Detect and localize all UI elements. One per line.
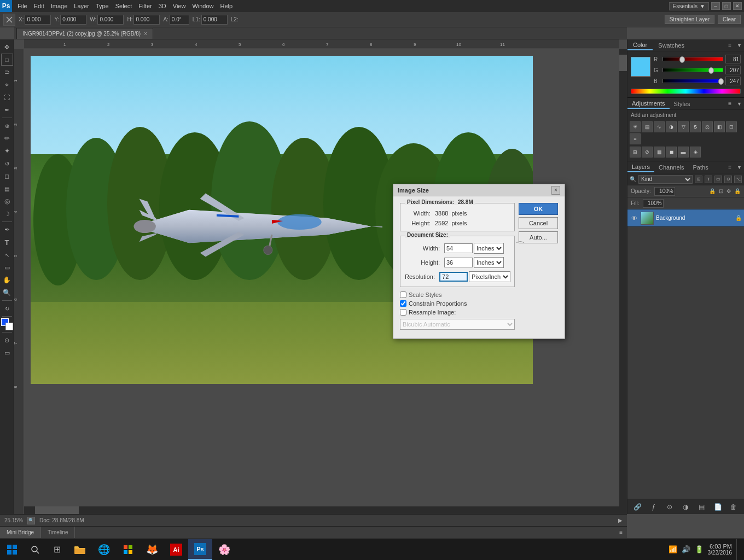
lock-pixel-icon[interactable]: ⊡ bbox=[719, 188, 723, 194]
crop-tool[interactable]: ⛶ bbox=[1, 91, 13, 103]
menu-type[interactable]: Type bbox=[92, 2, 112, 10]
taskbar-file-explorer[interactable] bbox=[68, 539, 92, 560]
fill-input[interactable] bbox=[643, 199, 664, 208]
clear-button[interactable]: Clear bbox=[718, 15, 741, 24]
taskbar-firefox[interactable]: 🦊 bbox=[140, 539, 164, 560]
invert-icon[interactable]: ⊘ bbox=[642, 147, 653, 158]
selective-color-icon[interactable]: ◈ bbox=[690, 147, 701, 158]
foreground-color[interactable] bbox=[1, 318, 13, 330]
taskbar-extra-app[interactable]: 🌸 bbox=[212, 539, 236, 560]
curves-icon[interactable]: ∿ bbox=[654, 121, 665, 132]
layer-visibility-eye[interactable]: 👁 bbox=[630, 214, 638, 223]
menu-window[interactable]: Window bbox=[189, 2, 217, 10]
filter-adj-icon[interactable]: ⌥ bbox=[734, 176, 742, 183]
battery-icon[interactable]: 🔋 bbox=[695, 545, 704, 553]
doc-width-unit-select[interactable]: Inches cm mm bbox=[474, 243, 504, 254]
resample-method-select[interactable]: Bicubic Automatic bbox=[400, 319, 515, 330]
opacity-input[interactable] bbox=[654, 187, 675, 196]
swatches-tab[interactable]: Swatches bbox=[653, 41, 690, 50]
menu-edit[interactable]: Edit bbox=[31, 2, 48, 10]
network-icon[interactable]: 📶 bbox=[669, 545, 677, 553]
filter-smart-icon[interactable]: ⊙ bbox=[724, 176, 732, 183]
b-value[interactable] bbox=[725, 77, 741, 85]
filter-pixel-icon[interactable]: ⊞ bbox=[695, 176, 702, 183]
gradient-tool[interactable]: ▤ bbox=[1, 183, 13, 195]
new-fill-layer-button[interactable]: ◑ bbox=[681, 502, 690, 512]
h-input[interactable] bbox=[133, 15, 160, 25]
color-balance-icon[interactable]: ⚖ bbox=[702, 121, 713, 132]
restore-button[interactable]: ▢ bbox=[722, 2, 731, 10]
workspace-dropdown[interactable]: Essentials ▼ bbox=[669, 2, 709, 10]
shape-tool[interactable]: ▭ bbox=[1, 261, 13, 273]
color-tab[interactable]: Color bbox=[627, 40, 653, 50]
marquee-tool[interactable]: □ bbox=[1, 54, 13, 66]
timeline-tab[interactable]: Timeline bbox=[41, 527, 75, 539]
resample-image-checkbox[interactable] bbox=[400, 309, 406, 316]
taskbar-acrobat[interactable]: Ai bbox=[164, 539, 188, 560]
levels-icon[interactable]: ▤ bbox=[642, 121, 653, 132]
menu-select[interactable]: Select bbox=[112, 2, 136, 10]
adj-panel-collapse[interactable]: ▼ bbox=[735, 101, 744, 107]
straighten-layer-button[interactable]: Straighten Layer bbox=[665, 15, 714, 24]
taskbar-clock[interactable]: 6:03 PM 3/22/2016 bbox=[708, 543, 733, 556]
filter-shape-icon[interactable]: ▭ bbox=[714, 176, 722, 183]
eyedropper-tool[interactable]: ✒ bbox=[1, 104, 13, 116]
quick-mask-mode[interactable]: ⊙ bbox=[1, 334, 13, 346]
resolution-input[interactable] bbox=[439, 272, 468, 282]
horizontal-scrollbar[interactable] bbox=[24, 506, 619, 514]
menu-layer[interactable]: Layer bbox=[71, 2, 92, 10]
screen-mode[interactable]: ▭ bbox=[1, 347, 13, 359]
color-panel-menu[interactable]: ≡ bbox=[725, 42, 735, 48]
y-input[interactable] bbox=[60, 15, 86, 25]
layers-panel-menu[interactable]: ≡ bbox=[725, 164, 735, 170]
image-size-dialog[interactable]: Image Size × OK Cancel Auto... Pixel Dim… bbox=[393, 184, 565, 339]
w-input[interactable] bbox=[97, 15, 124, 25]
layer-background[interactable]: 👁 Background 🔒 bbox=[627, 209, 744, 227]
brush-tool[interactable]: ✏ bbox=[1, 132, 13, 144]
cancel-button[interactable]: Cancel bbox=[519, 217, 558, 229]
gradient-map-icon[interactable]: ▬ bbox=[678, 147, 689, 158]
adjustments-tab[interactable]: Adjustments bbox=[627, 99, 670, 109]
resolution-unit-select[interactable]: Pixels/Inch Pixels/cm bbox=[469, 271, 510, 282]
bottom-panel-options[interactable]: ≡ bbox=[615, 529, 627, 535]
channel-mixer-icon[interactable]: ≡ bbox=[630, 133, 641, 144]
color-spectrum[interactable] bbox=[631, 89, 741, 94]
color-panel-collapse[interactable]: ▼ bbox=[735, 43, 744, 48]
g-value[interactable] bbox=[725, 66, 741, 74]
r-value[interactable] bbox=[725, 55, 741, 63]
taskbar-store[interactable] bbox=[116, 539, 140, 560]
close-button[interactable]: ✕ bbox=[733, 2, 742, 10]
vertical-scrollbar[interactable] bbox=[619, 49, 627, 514]
adj-panel-menu[interactable]: ≡ bbox=[725, 101, 735, 107]
menu-3d[interactable]: 3D bbox=[155, 2, 170, 10]
lock-move-icon[interactable]: ✥ bbox=[726, 188, 731, 194]
spot-healing-tool[interactable]: ⊕ bbox=[1, 120, 13, 132]
constrain-proportions-checkbox[interactable] bbox=[400, 300, 406, 307]
link-layers-button[interactable]: 🔗 bbox=[633, 502, 643, 512]
lasso-tool[interactable]: ⊃ bbox=[1, 66, 13, 78]
paths-tab[interactable]: Paths bbox=[689, 163, 713, 172]
zoom-tool[interactable]: 🔍 bbox=[1, 287, 13, 299]
taskbar-photoshop[interactable]: Ps bbox=[188, 539, 212, 560]
add-style-button[interactable]: ƒ bbox=[649, 502, 659, 512]
angle-input[interactable] bbox=[170, 15, 189, 25]
photo-filter-icon[interactable]: ⊡ bbox=[726, 121, 737, 132]
text-tool[interactable]: T bbox=[1, 236, 13, 248]
scroll-right-arrow[interactable]: ▶ bbox=[618, 517, 623, 523]
eraser-tool[interactable]: ◻ bbox=[1, 170, 13, 182]
x-input[interactable] bbox=[25, 15, 51, 25]
pen-tool[interactable]: ✒ bbox=[1, 224, 13, 236]
layer-filter-select[interactable]: Kind bbox=[638, 175, 693, 184]
foreground-color-swatch[interactable] bbox=[631, 57, 650, 77]
hand-tool[interactable]: ✋ bbox=[1, 274, 13, 286]
doc-height-unit-select[interactable]: Inches cm mm bbox=[474, 257, 504, 268]
layers-panel-collapse[interactable]: ▼ bbox=[735, 165, 744, 170]
new-group-button[interactable]: ▤ bbox=[697, 502, 707, 512]
mini-bridge-tab[interactable]: Mini Bridge bbox=[0, 527, 41, 539]
lock-all-icon[interactable]: 🔒 bbox=[734, 188, 741, 194]
dialog-close-button[interactable]: × bbox=[551, 186, 560, 195]
volume-icon[interactable]: 🔊 bbox=[682, 545, 690, 553]
start-button[interactable] bbox=[0, 539, 24, 561]
show-desktop-button[interactable] bbox=[736, 539, 740, 560]
l1-input[interactable] bbox=[201, 15, 228, 25]
